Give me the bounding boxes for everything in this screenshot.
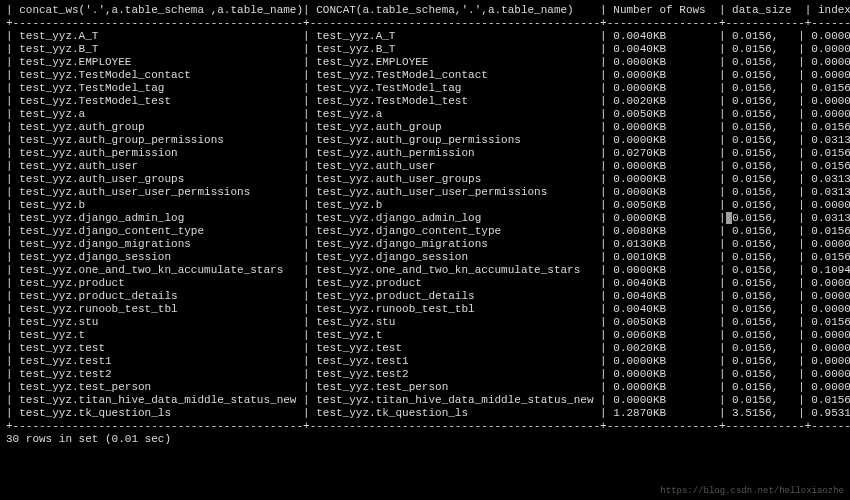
- table-row: | test_yyz.test2 | test_yyz.test2 | 0.00…: [6, 368, 844, 381]
- table-body: | test_yyz.A_T | test_yyz.A_T | 0.0040KB…: [6, 30, 844, 420]
- table-row: | test_yyz.auth_permission | test_yyz.au…: [6, 147, 844, 160]
- table-row: | test_yyz.tk_question_ls | test_yyz.tk_…: [6, 407, 844, 420]
- table-row: | test_yyz.auth_user | test_yyz.auth_use…: [6, 160, 844, 173]
- table-row: | test_yyz.django_session | test_yyz.dja…: [6, 251, 844, 264]
- table-row: | test_yyz.B_T | test_yyz.B_T | 0.0040KB…: [6, 43, 844, 56]
- table-row: | test_yyz.t | test_yyz.t | 0.0060KB | 0…: [6, 329, 844, 342]
- table-row: | test_yyz.b | test_yyz.b | 0.0050KB | 0…: [6, 199, 844, 212]
- table-row: | test_yyz.one_and_two_kn_accumulate_sta…: [6, 264, 844, 277]
- table-row: | test_yyz.EMPLOYEE | test_yyz.EMPLOYEE …: [6, 56, 844, 69]
- table-row: | test_yyz.django_migrations | test_yyz.…: [6, 238, 844, 251]
- table-row: | test_yyz.stu | test_yyz.stu | 0.0050KB…: [6, 316, 844, 329]
- table-row: | test_yyz.auth_user_user_permissions | …: [6, 186, 844, 199]
- table-row: | test_yyz.django_content_type | test_yy…: [6, 225, 844, 238]
- table-row: | test_yyz.product_details | test_yyz.pr…: [6, 290, 844, 303]
- table-row: | test_yyz.test_person | test_yyz.test_p…: [6, 381, 844, 394]
- terminal-output: | concat_ws('.',a.table_schema ,a.table_…: [0, 0, 850, 500]
- table-row: | test_yyz.TestModel_tag | test_yyz.Test…: [6, 82, 844, 95]
- table-separator: +---------------------------------------…: [6, 17, 844, 30]
- table-row: | test_yyz.django_admin_log | test_yyz.d…: [6, 212, 844, 225]
- table-row: | test_yyz.A_T | test_yyz.A_T | 0.0040KB…: [6, 30, 844, 43]
- table-row: | test_yyz.auth_user_groups | test_yyz.a…: [6, 173, 844, 186]
- table-row: | test_yyz.TestModel_test | test_yyz.Tes…: [6, 95, 844, 108]
- table-row: | test_yyz.test1 | test_yyz.test1 | 0.00…: [6, 355, 844, 368]
- table-row: | test_yyz.a | test_yyz.a | 0.0050KB | 0…: [6, 108, 844, 121]
- table-row: | test_yyz.auth_group | test_yyz.auth_gr…: [6, 121, 844, 134]
- table-header: | concat_ws('.',a.table_schema ,a.table_…: [6, 4, 844, 17]
- watermark: https://blog.csdn.net/helloxiaozhe: [660, 485, 844, 498]
- table-row: | test_yyz.TestModel_contact | test_yyz.…: [6, 69, 844, 82]
- table-separator-bottom: +---------------------------------------…: [6, 420, 844, 433]
- table-row: | test_yyz.titan_hive_data_middle_status…: [6, 394, 844, 407]
- table-row: | test_yyz.auth_group_permissions | test…: [6, 134, 844, 147]
- table-row: | test_yyz.runoob_test_tbl | test_yyz.ru…: [6, 303, 844, 316]
- table-row: | test_yyz.test | test_yyz.test | 0.0020…: [6, 342, 844, 355]
- table-row: | test_yyz.product | test_yyz.product | …: [6, 277, 844, 290]
- result-summary: 30 rows in set (0.01 sec): [6, 433, 844, 446]
